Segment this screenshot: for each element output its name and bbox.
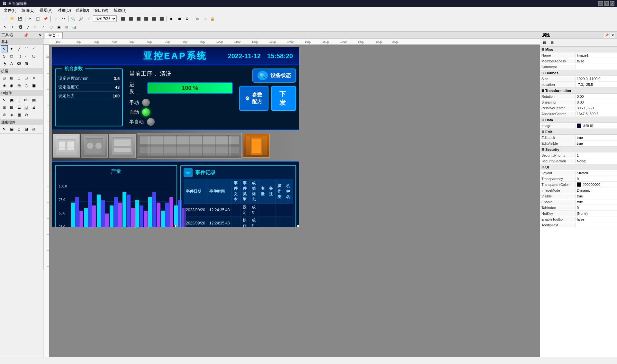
tb-poly[interactable]: ⬡ (48, 23, 55, 31)
send-button[interactable]: 下发 (271, 86, 296, 111)
tb-grid[interactable]: ⊞ (194, 15, 201, 22)
tb-stop[interactable]: ⏹ (176, 15, 183, 22)
tool-ext-3[interactable]: ⊡ (15, 75, 23, 82)
tool-ui-4[interactable]: ab (23, 96, 30, 104)
prop-section-data-header[interactable]: Data (540, 117, 617, 123)
tb-circle[interactable]: ○ (40, 23, 47, 31)
tb-run[interactable]: ▶ (168, 15, 175, 22)
prop-value-member[interactable]: false (576, 59, 617, 63)
prop-value-enable[interactable]: true (576, 200, 617, 204)
menu-file[interactable]: 文件(F) (1, 7, 19, 14)
sel-handle-bottom[interactable] (174, 225, 177, 227)
tb-rect[interactable]: □ (32, 23, 39, 31)
tb-tbl[interactable]: ⊞ (63, 23, 70, 31)
tb-text[interactable]: T (9, 23, 16, 31)
tool-ext-1[interactable]: ⊟ (1, 75, 8, 82)
toolbox-pin[interactable]: 📌 (23, 33, 28, 38)
prop-section-security-header[interactable]: Security (540, 147, 617, 152)
tool-gen-5[interactable]: ◎ (30, 126, 37, 133)
tb-chart[interactable]: 📊 (71, 23, 78, 31)
toolbox-section-general-title[interactable]: 通用控件 (0, 119, 43, 125)
tool-ellipse[interactable]: ○ (23, 53, 30, 60)
tool-line[interactable]: ╱ (15, 45, 23, 52)
menu-draw[interactable]: 绘制(D) (74, 7, 92, 14)
tb-zoom-fit[interactable]: ⊡ (85, 15, 92, 22)
prop-value-visible[interactable]: true (576, 194, 617, 198)
tool-arc[interactable]: ◜ (30, 45, 37, 52)
tb-align-top[interactable]: ⬛ (143, 15, 150, 22)
menu-view[interactable]: 视图(V) (37, 7, 55, 14)
tool-point[interactable]: ✦ (8, 45, 15, 52)
tb-align-bottom[interactable]: ⬛ (158, 15, 165, 22)
tool-gen-4[interactable]: ⊟ (23, 126, 30, 133)
tool-ui-14[interactable]: ⊙ (23, 111, 30, 118)
tb-zoom-out[interactable]: 🔎 (77, 15, 85, 22)
tb-align-center[interactable]: ⬛ (127, 15, 134, 22)
tool-pie[interactable]: ◔ (1, 60, 8, 67)
tool-ui-12[interactable]: ◈ (8, 111, 15, 118)
tb-redo[interactable]: ↪ (60, 15, 67, 22)
prop-value-secsection[interactable]: None; (576, 159, 617, 163)
tool-ext-9[interactable]: ◌ (23, 82, 30, 89)
prop-cat-btn[interactable]: ⊞ (549, 39, 556, 46)
prop-value-tabindex[interactable]: 0 (576, 205, 617, 210)
toolbox-section-ui-title[interactable]: UI控件 (0, 90, 43, 96)
prop-section-transform-header[interactable]: Transformation (540, 88, 617, 94)
trans-color-box[interactable] (577, 182, 581, 187)
toolbox-section-ext-title[interactable]: 扩展 (0, 68, 43, 74)
tool-ui-10[interactable]: ⊿ (30, 104, 37, 111)
prop-value-editlock[interactable]: true (576, 135, 617, 140)
prop-value-tooltiptext[interactable] (576, 225, 617, 225)
tool-ui-13[interactable]: ▦ (15, 111, 23, 118)
prop-value-relcenter[interactable]: 395.1, 66.1 (576, 106, 617, 110)
sel-handle-br[interactable] (297, 225, 299, 227)
menu-help[interactable]: 帮助(H) (111, 7, 129, 14)
prop-value-imagemode[interactable]: Dynamic (576, 188, 617, 193)
prop-close-button[interactable]: ✕ (610, 33, 615, 38)
prop-value-name[interactable]: Image1 (576, 53, 617, 58)
tool-select[interactable]: ↖ (1, 45, 8, 52)
tb-align-left[interactable]: ⬛ (120, 15, 127, 22)
prop-value-size[interactable]: 1920.0, 1100.0 (576, 77, 617, 81)
tool-curve[interactable]: ⌒ (23, 45, 30, 52)
tb-snap[interactable]: ⊟ (201, 15, 208, 22)
tool-roundrect[interactable]: ▢ (15, 53, 23, 60)
tool-ext-6[interactable]: ◈ (1, 82, 8, 89)
tool-group[interactable]: ⊞ (23, 60, 30, 67)
prop-value-abscenter[interactable]: 1347.8, 590.6 (576, 112, 617, 116)
maximize-button[interactable]: □ (604, 1, 609, 6)
tool-ui-2[interactable]: ▣ (8, 96, 15, 104)
image-color-box[interactable] (577, 123, 581, 128)
tb-paste[interactable]: 📌 (42, 15, 49, 22)
menu-edit[interactable]: 编辑(E) (19, 7, 37, 14)
prop-value-rotation[interactable]: 0.00 (576, 94, 617, 99)
prop-value-image[interactable]: 无标题 (576, 123, 617, 128)
menu-object[interactable]: 对象(O) (55, 7, 73, 14)
tool-gen-2[interactable]: ▣ (8, 126, 15, 133)
menu-window[interactable]: 窗口(W) (92, 7, 111, 14)
tb-align-right[interactable]: ⬛ (135, 15, 142, 22)
prop-value-transcolor[interactable]: #00000000 (576, 182, 617, 187)
tb-new[interactable]: 📄 (1, 15, 8, 22)
prop-value-shearing[interactable]: 0.00 (576, 100, 617, 105)
prop-value-tooltip[interactable]: false (576, 217, 617, 222)
tool-ext-10[interactable]: ▣ (30, 82, 37, 89)
tool-bezier[interactable]: S (1, 53, 8, 60)
prop-value-comment[interactable] (576, 67, 617, 67)
tool-text[interactable]: A (8, 60, 15, 67)
tool-ext-4[interactable]: ⊿ (23, 75, 30, 82)
tool-ui-9[interactable]: 📊 (23, 104, 30, 111)
prop-value-transparency[interactable]: 0 (576, 177, 617, 181)
tool-ui-11[interactable]: ⊕ (1, 111, 8, 118)
tool-ext-2[interactable]: ⊞ (8, 75, 15, 82)
tb-cut[interactable]: ✂ (27, 15, 34, 22)
tb-copy[interactable]: 📋 (34, 15, 41, 22)
prop-value-layout[interactable]: Stretch (576, 171, 617, 175)
close-button[interactable]: ✕ (610, 1, 614, 6)
tb-settings[interactable]: ⚙ (184, 15, 191, 22)
tool-ui-8[interactable]: ☰ (15, 104, 23, 111)
tb-align-middle[interactable]: ⬛ (150, 15, 158, 22)
prop-section-edit-header[interactable]: Edit (540, 129, 617, 135)
tab-main-close[interactable]: × (57, 34, 59, 37)
prop-value-hotkey[interactable]: (None) (576, 211, 617, 216)
